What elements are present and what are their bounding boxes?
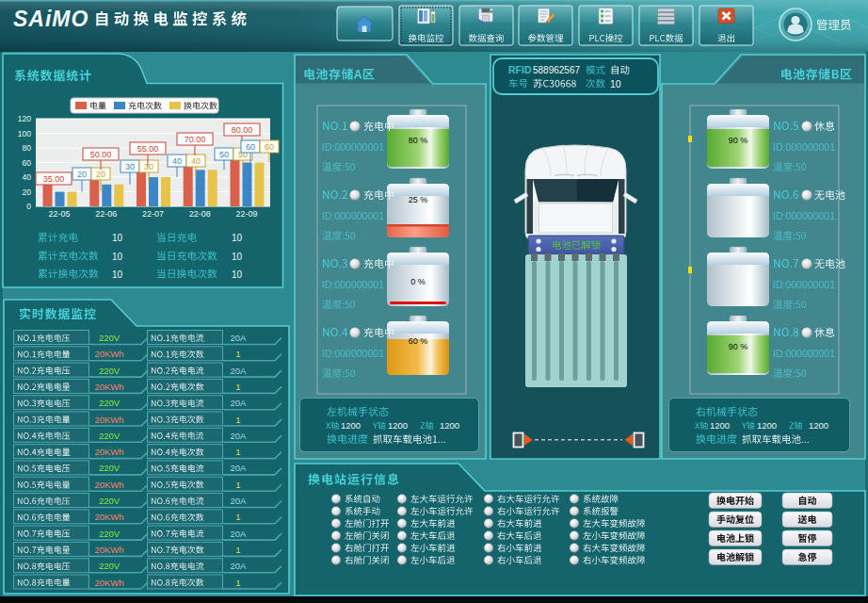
svg-text:220V: 220V bbox=[99, 333, 121, 343]
svg-text:10: 10 bbox=[232, 269, 243, 280]
svg-text:220V: 220V bbox=[99, 431, 121, 441]
svg-text:220V: 220V bbox=[99, 561, 121, 571]
svg-text:55.00: 55.00 bbox=[137, 144, 159, 154]
svg-text:ID:000000001: ID:000000001 bbox=[322, 210, 384, 221]
svg-text:40: 40 bbox=[172, 156, 182, 166]
svg-text:0 %: 0 % bbox=[410, 277, 426, 286]
svg-text:RFID: RFID bbox=[508, 64, 532, 75]
svg-text:10: 10 bbox=[232, 252, 243, 262]
svg-text:20A: 20A bbox=[231, 398, 248, 408]
svg-text:1200: 1200 bbox=[440, 420, 459, 431]
svg-text:1: 1 bbox=[235, 447, 240, 457]
svg-text:40: 40 bbox=[191, 156, 201, 166]
svg-text:20A: 20A bbox=[231, 463, 248, 473]
svg-text:25 %: 25 % bbox=[409, 195, 428, 204]
svg-text:22-06: 22-06 bbox=[95, 209, 117, 219]
svg-text:ID:000000001: ID:000000001 bbox=[773, 279, 835, 290]
svg-text:120: 120 bbox=[18, 114, 31, 123]
svg-text:90 %: 90 % bbox=[729, 136, 748, 145]
svg-text:80 %: 80 % bbox=[409, 136, 428, 145]
svg-text:20A: 20A bbox=[231, 529, 248, 539]
svg-text:10: 10 bbox=[112, 269, 123, 280]
svg-text:ID:000000001: ID:000000001 bbox=[322, 348, 384, 359]
svg-text:ID:000000001: ID:000000001 bbox=[322, 141, 384, 153]
svg-text:588962567: 588962567 bbox=[533, 65, 580, 75]
svg-text:22-07: 22-07 bbox=[142, 209, 164, 219]
svg-text:20A: 20A bbox=[231, 366, 248, 376]
svg-text:80.00: 80.00 bbox=[232, 125, 253, 135]
svg-text:60: 60 bbox=[23, 158, 32, 168]
svg-text:220V: 220V bbox=[99, 496, 121, 506]
svg-text:20KWh: 20KWh bbox=[94, 447, 123, 457]
svg-text:100: 100 bbox=[18, 129, 31, 139]
svg-text:1: 1 bbox=[235, 349, 240, 359]
svg-text:80: 80 bbox=[23, 143, 32, 153]
svg-text:0: 0 bbox=[26, 202, 31, 211]
svg-text:20KWh: 20KWh bbox=[94, 480, 123, 490]
svg-text:60: 60 bbox=[265, 142, 274, 152]
svg-text:1200: 1200 bbox=[757, 420, 777, 431]
svg-text:ID:000000001: ID:000000001 bbox=[773, 141, 835, 153]
svg-text:30: 30 bbox=[144, 162, 153, 171]
svg-text:220V: 220V bbox=[99, 463, 121, 473]
svg-text:SAiMO: SAiMO bbox=[13, 7, 88, 31]
svg-text:10: 10 bbox=[112, 252, 123, 262]
svg-text:22-05: 22-05 bbox=[48, 209, 70, 219]
svg-text:50.00: 50.00 bbox=[90, 150, 112, 159]
svg-text:1: 1 bbox=[235, 545, 240, 555]
svg-text:20A: 20A bbox=[231, 561, 248, 571]
svg-text:20KWh: 20KWh bbox=[94, 382, 123, 392]
svg-text:220V: 220V bbox=[99, 366, 121, 376]
svg-text:20A: 20A bbox=[231, 431, 248, 441]
svg-text:10: 10 bbox=[232, 233, 243, 243]
svg-text:20KWh: 20KWh bbox=[94, 415, 123, 425]
svg-text:70.00: 70.00 bbox=[185, 135, 206, 144]
svg-text:ID:000000001: ID:000000001 bbox=[773, 348, 835, 359]
svg-text:35.00: 35.00 bbox=[43, 174, 65, 184]
svg-text:20: 20 bbox=[23, 187, 32, 197]
svg-text:20: 20 bbox=[77, 170, 87, 179]
svg-text:ID:000000001: ID:000000001 bbox=[322, 279, 384, 290]
svg-text:50: 50 bbox=[219, 150, 229, 159]
svg-text:1: 1 bbox=[235, 382, 240, 392]
svg-text:90 %: 90 % bbox=[729, 342, 748, 351]
svg-text:60: 60 bbox=[246, 142, 255, 152]
svg-text:220V: 220V bbox=[99, 529, 121, 539]
svg-text:1200: 1200 bbox=[341, 420, 361, 431]
svg-text:20KWh: 20KWh bbox=[94, 545, 123, 555]
svg-text:60 %: 60 % bbox=[409, 336, 428, 346]
svg-text:22-08: 22-08 bbox=[189, 209, 211, 219]
svg-text:220V: 220V bbox=[99, 398, 121, 408]
svg-text:20: 20 bbox=[96, 170, 105, 179]
svg-text:1: 1 bbox=[235, 578, 240, 588]
svg-text:20KWh: 20KWh bbox=[94, 512, 123, 522]
svg-text:1200: 1200 bbox=[809, 420, 828, 431]
svg-text:20A: 20A bbox=[231, 496, 248, 506]
svg-text:1: 1 bbox=[235, 415, 240, 425]
svg-text:1: 1 bbox=[235, 512, 240, 522]
svg-text:22-09: 22-09 bbox=[235, 209, 257, 219]
svg-text:40: 40 bbox=[23, 172, 32, 182]
svg-text:1200: 1200 bbox=[388, 420, 408, 431]
svg-text:20KWh: 20KWh bbox=[94, 578, 123, 588]
svg-text:1200: 1200 bbox=[710, 420, 730, 431]
svg-text:1: 1 bbox=[235, 480, 240, 490]
svg-text:10: 10 bbox=[610, 78, 621, 90]
svg-text:10: 10 bbox=[112, 233, 123, 243]
svg-text:20A: 20A bbox=[231, 333, 248, 343]
svg-text:ID:000000001: ID:000000001 bbox=[773, 210, 835, 221]
svg-text:30: 30 bbox=[125, 162, 135, 171]
svg-text:20KWh: 20KWh bbox=[94, 349, 123, 359]
